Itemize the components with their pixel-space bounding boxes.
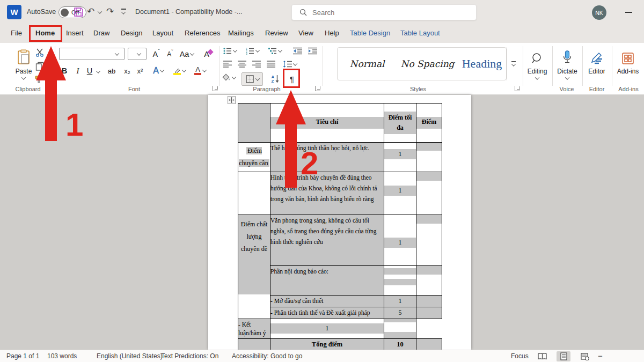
styles-dialog-launcher[interactable] <box>515 86 520 91</box>
document-title: Document1 - Compatibility Mode -... <box>135 8 242 16</box>
editor-button[interactable]: Editor <box>583 46 610 88</box>
grading-table[interactable]: Tiêu chí Điểm tối đa Điểm Điểm chuyên cầ… <box>238 103 442 351</box>
sort-button[interactable]: AZ <box>268 72 282 86</box>
language-indicator[interactable]: English (United States) <box>97 352 163 360</box>
copy-icon[interactable] <box>35 62 44 71</box>
shading-button[interactable] <box>222 73 236 82</box>
word-count[interactable]: 103 words <box>47 352 77 360</box>
grow-font-button[interactable]: Aˆ <box>150 48 162 60</box>
numbering-button[interactable]: 123 <box>246 47 259 55</box>
font-size-combo[interactable] <box>128 48 147 60</box>
underline-button[interactable]: U <box>85 64 94 77</box>
group-separator <box>219 46 219 86</box>
align-center-button[interactable] <box>238 61 246 68</box>
multilevel-list-button[interactable] <box>268 47 282 55</box>
tab-help[interactable]: Help <box>325 29 339 37</box>
dictate-button[interactable]: Dictate <box>553 46 581 88</box>
line-spacing-button[interactable] <box>283 61 297 68</box>
subscript-button[interactable]: x₂ <box>121 64 133 77</box>
font-name-combo[interactable] <box>59 48 125 60</box>
criteria-cell: Hình thức trình bày chuyên đề đúng theo … <box>270 172 384 215</box>
decrease-indent-button[interactable] <box>293 47 302 55</box>
tab-design[interactable]: Design <box>121 29 142 37</box>
superscript-button[interactable]: x² <box>134 64 146 77</box>
account-avatar[interactable]: NK <box>592 5 606 20</box>
font-size-input[interactable] <box>128 48 137 60</box>
word-logo-icon: W <box>7 5 21 19</box>
italic-button[interactable]: I <box>73 64 83 77</box>
font-color-button[interactable]: A <box>192 64 208 77</box>
page-indicator[interactable]: Page 1 of 1 <box>6 352 39 360</box>
word-window: W AutoSave Off ↶ ↷ Document1 - Compatibi… <box>0 0 644 362</box>
focus-button[interactable]: Focus <box>511 352 529 360</box>
font-dialog-launcher[interactable] <box>213 86 218 91</box>
underline-dropdown-icon[interactable] <box>96 69 100 73</box>
style-heading[interactable]: Heading <box>458 57 506 71</box>
svg-text:3: 3 <box>246 52 247 55</box>
paste-button[interactable]: Paste <box>10 46 38 88</box>
minimize-button[interactable] <box>625 12 632 13</box>
clear-formatting-button[interactable]: A <box>202 48 215 60</box>
header-max-cell: Điểm tối đa <box>384 104 416 143</box>
align-right-button[interactable] <box>252 61 261 68</box>
font-name-input[interactable] <box>60 48 115 60</box>
tab-draw[interactable]: Draw <box>93 29 109 37</box>
text-effects-button[interactable]: A <box>151 64 165 77</box>
tab-references[interactable]: References <box>185 29 220 37</box>
shrink-font-button[interactable]: Aˇ <box>164 48 176 60</box>
bold-button[interactable]: B <box>59 64 70 77</box>
redo-button[interactable]: ↷ <box>106 6 114 17</box>
align-left-button[interactable] <box>223 61 232 68</box>
tab-review[interactable]: Review <box>265 29 288 37</box>
score-cell <box>416 215 442 266</box>
justify-button[interactable] <box>267 61 275 68</box>
web-layout-button[interactable] <box>578 351 592 361</box>
style-no-spacing[interactable]: No Spacing <box>397 58 458 69</box>
add-ins-button[interactable]: Add-ins <box>613 46 642 88</box>
editing-button[interactable]: Editing <box>524 46 551 88</box>
paint-bucket-icon <box>222 73 231 82</box>
zoom-out-button[interactable]: − <box>598 351 603 360</box>
strikethrough-button[interactable]: ab <box>105 64 118 77</box>
search-input[interactable] <box>312 9 447 17</box>
styles-more-button[interactable] <box>507 47 519 80</box>
tab-file[interactable]: File <box>11 29 22 37</box>
max-cell <box>384 266 416 295</box>
undo-button[interactable]: ↶ <box>87 6 94 17</box>
criteria-cell: - Mở đầu/sự cần thiết <box>270 295 384 307</box>
score-cell <box>384 319 416 339</box>
increase-indent-button[interactable] <box>308 47 317 55</box>
font-group-label: Font <box>128 86 140 92</box>
undo-dropdown-icon[interactable] <box>98 9 102 13</box>
print-layout-button[interactable] <box>557 351 570 361</box>
group-separator <box>523 46 523 86</box>
borders-button[interactable] <box>241 72 263 86</box>
cut-icon[interactable] <box>35 48 44 57</box>
clipboard-dialog-launcher[interactable] <box>49 86 55 91</box>
search-box[interactable] <box>291 4 477 20</box>
table-move-handle[interactable] <box>228 96 236 104</box>
tab-view[interactable]: View <box>298 29 313 37</box>
highlight-color-button[interactable] <box>171 64 188 77</box>
decrease-indent-icon <box>293 47 302 55</box>
qat-customize-icon[interactable] <box>121 10 126 14</box>
group-cell: Điểm chất lượng chuyên đề <box>238 215 270 319</box>
change-case-button[interactable]: Aa <box>179 48 195 60</box>
style-normal[interactable]: Normal <box>338 58 397 69</box>
accessibility-status[interactable]: Accessibility: Good to go <box>232 352 302 360</box>
paragraph-dialog-launcher[interactable] <box>315 86 320 91</box>
tab-mailings[interactable]: Mailings <box>228 29 254 37</box>
bullets-button[interactable] <box>223 47 237 55</box>
format-painter-icon[interactable] <box>34 75 44 84</box>
document-page[interactable]: Tiêu chí Điểm tối đa Điểm Điểm chuyên cầ… <box>208 95 471 350</box>
read-mode-button[interactable] <box>535 351 549 361</box>
clipboard-group-label: Clipboard <box>15 86 40 92</box>
save-icon[interactable] <box>73 6 84 18</box>
editing-label: Editing <box>528 68 547 75</box>
tab-insert[interactable]: Insert <box>66 29 84 37</box>
tab-table-layout[interactable]: Table Layout <box>400 29 440 37</box>
tab-layout[interactable]: Layout <box>152 29 173 37</box>
tab-table-design[interactable]: Table Design <box>350 29 390 37</box>
text-predictions-indicator[interactable]: Text Predictions: On <box>161 352 218 360</box>
increase-indent-icon <box>308 47 317 55</box>
